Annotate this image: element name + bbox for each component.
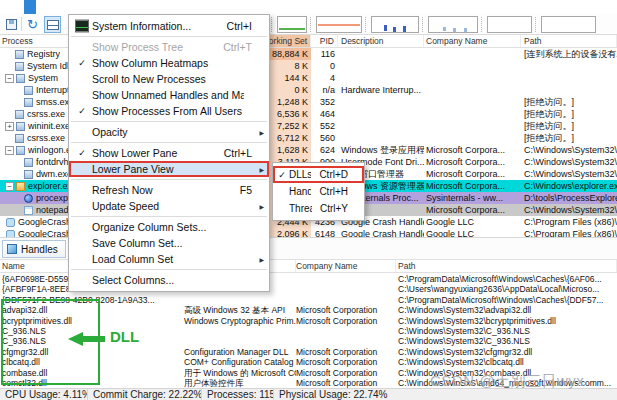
tree-expander[interactable]: − [5,74,14,83]
menu-item-label: Refresh Now [92,184,232,196]
process-icon [16,74,25,83]
dll-company [296,274,396,284]
tree-indent [2,174,23,175]
menu-item[interactable]: ✓ Show Column Heatmaps [69,55,269,71]
column-header-pid[interactable]: PID [311,35,338,47]
menubar-item[interactable] [72,0,84,14]
menu-item[interactable]: Opacity ▶ [69,124,269,140]
toolbar-separator [21,17,22,31]
menu-item[interactable]: Load Column Set ▶ [69,251,269,267]
menu-item[interactable]: Organize Column Sets... [69,219,269,235]
menu-item[interactable]: Refresh Now F5 [69,182,269,198]
column-header-path[interactable]: Path [396,260,617,272]
column-header-description[interactable]: Description [338,35,424,47]
tree-indent [2,234,5,235]
graph-panel[interactable] [487,16,532,33]
menubar-item[interactable] [84,0,96,14]
dll-description: Windows Cryptographic Prim... [184,316,296,326]
dll-row[interactable]: C_936.NLS C:\Windows\System32\C_936.NLS [0,326,617,336]
dll-path: C:\Windows\System32\advapi32.dll [396,305,617,315]
toolbar-grip[interactable] [310,17,314,32]
dll-row[interactable]: {DDF571F2-BE98-42B0-8208-1A9A33... C:\Pr… [0,295,617,305]
menu-item[interactable]: Show Unnamed Handles and Mappings [69,87,269,103]
menubar-item[interactable] [48,0,60,14]
menu-item[interactable]: Save Column Set... [69,235,269,251]
toolbar-grip[interactable] [271,17,275,32]
menubar-item[interactable] [0,0,12,14]
toolbar-grip[interactable] [422,17,426,32]
dll-company: Microsoft Corporation [296,305,396,315]
dll-row[interactable]: cfgmgr32.dll Configuration Manager DLL M… [0,347,617,357]
toolbar-graphs [271,16,599,33]
dll-row[interactable]: advapi32.dll 高级 Windows 32 基本 API Micros… [0,305,617,315]
graph-panel[interactable] [541,16,596,33]
process-icon [24,206,33,215]
company-cell: Google LLC [424,216,521,228]
tree-expander[interactable]: − [5,182,14,191]
menu-item[interactable]: ✓ DLLs Ctrl+D [273,166,364,183]
menu-item[interactable]: ✓ Show Lower Pane Ctrl+L [69,145,269,161]
dll-company: Microsoft Corporation [296,347,396,357]
column-header-company[interactable]: Company Name [296,260,396,272]
commit-charge-status: Commit Charge: 22.22% [88,389,202,400]
company-cell [424,96,521,108]
menu-item[interactable]: Threads Ctrl+Y [273,200,364,217]
handles-view-button[interactable]: Handles [2,240,66,258]
process-name: wininit.exe [28,120,70,132]
dll-name: clbcatq.dll [0,357,184,367]
pid-cell: 4 [311,72,338,84]
path-cell: [拒绝访问。] [521,132,617,144]
dll-row[interactable]: clbcatq.dll COM+ Configuration Catalog M… [0,357,617,367]
path-cell: [连到系统上的设备没有发挥 [521,48,617,60]
path-cell: C:\Windows\System32\win... [521,144,617,156]
process-icon [24,194,33,203]
dll-company [296,295,396,305]
checkmark-icon: ✓ [72,58,92,68]
process-icon [16,122,25,131]
dll-annotation-arrow [68,332,83,346]
menu-item[interactable]: Scroll to New Processes [69,71,269,87]
dll-company [296,326,396,336]
description-cell: Hardware Interrup... [338,84,424,96]
toolbar-grip[interactable] [365,17,369,32]
dll-company: Microsoft Corporation [296,357,396,367]
dll-row[interactable]: bcryptprimitives.dll Windows Cryptograph… [0,316,617,326]
menu-item[interactable]: ✓ Show Processes From All Users [69,103,269,119]
column-header-company[interactable]: Company Name [424,35,521,47]
tree-expander[interactable]: − [5,146,14,155]
menu-shortcut: F5 [240,184,255,196]
menu-item[interactable]: Lower Pane View ▶ [69,161,269,177]
memory-graph-button[interactable] [316,16,362,33]
process-icon [15,50,24,59]
path-cell: C:\Windows\explorer.exe [521,180,617,192]
refresh-button[interactable]: ↻ [24,16,41,33]
menubar-item[interactable] [60,0,72,14]
cpu-graph-button[interactable] [277,16,307,33]
tree-indent [2,102,23,103]
watermark: CSDN @土别三日wyx [430,372,584,391]
pid-cell: 552 [311,120,338,132]
toolbar-grip[interactable] [535,17,539,32]
menu-item[interactable]: Handles Ctrl+H [273,183,364,200]
menu-item[interactable]: Select Columns... [69,272,269,288]
show-lower-pane-button[interactable] [44,16,61,33]
menubar-item[interactable] [24,0,36,14]
dll-company: Microsoft Corporation [296,368,396,378]
column-header-path[interactable]: Path [521,35,617,47]
description-cell [338,72,424,84]
process-name: Registry [27,48,60,60]
pid-cell: 0 [311,60,338,72]
tree-expander[interactable]: + [5,122,14,131]
menu-item[interactable]: Update Speed ▶ [69,198,269,214]
description-cell: Windows 登录应用程序 [338,144,424,156]
io-graph-button[interactable] [371,16,419,33]
menu-item[interactable]: System Information... Ctrl+I [69,18,269,34]
toolbar-grip[interactable] [481,17,485,32]
menu-item[interactable]: Show Process Tree Ctrl+T [69,39,269,55]
save-button[interactable] [3,16,20,33]
company-cell: Microsoft Corpora... [424,180,521,192]
menubar-item[interactable] [36,0,48,14]
gpu-graph-button[interactable] [428,16,478,33]
menubar-item[interactable] [12,0,24,14]
dll-name: combase.dll [0,368,184,378]
